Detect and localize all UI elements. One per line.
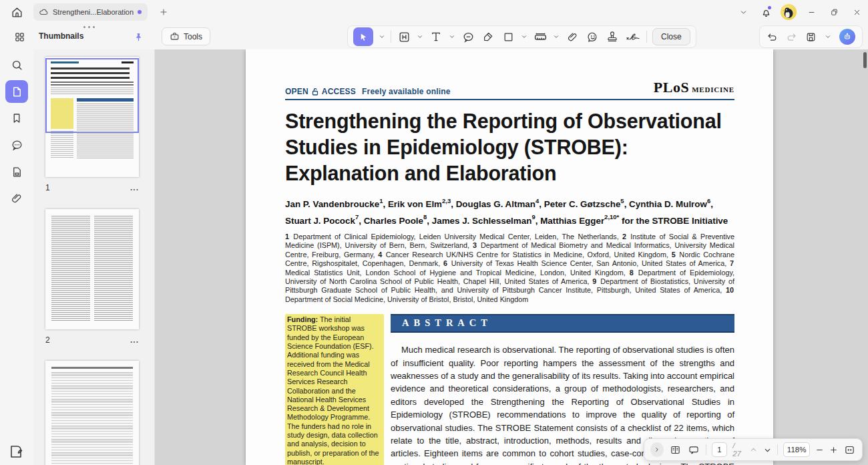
thumb-content [51, 367, 133, 369]
sticker-tool-button[interactable] [585, 27, 600, 46]
thumb-content [51, 372, 133, 465]
new-tab-button[interactable] [154, 3, 173, 21]
search-button[interactable] [5, 53, 28, 76]
annotation-mode-button[interactable] [687, 444, 700, 456]
signature-tool-button[interactable] [625, 27, 641, 46]
text-tool-icon [430, 31, 442, 43]
select-tool-button[interactable] [353, 27, 373, 46]
author-item: Jan P. Vandenbroucke1, [285, 199, 388, 209]
heading-tool-chevron-icon[interactable] [417, 33, 423, 40]
tools-icon [170, 31, 180, 41]
zoom-out-button[interactable] [815, 446, 824, 454]
highlight-tool-button[interactable] [481, 27, 495, 46]
app-grid-button[interactable] [9, 27, 30, 47]
thumbnail-page-number: 1 [45, 183, 50, 192]
paperclip-icon [567, 31, 578, 43]
avatar [781, 4, 797, 20]
close-toolbar-label: Close [661, 32, 682, 41]
sign-document-icon [8, 444, 24, 460]
home-button[interactable] [5, 2, 28, 22]
pin-panel-button[interactable] [130, 29, 147, 45]
header-rule [285, 99, 734, 100]
restore-button[interactable] [823, 1, 845, 23]
thumbnail-page-3[interactable] [45, 361, 139, 465]
visible-area-indicator[interactable] [45, 58, 139, 133]
search-icon [11, 59, 23, 71]
toolbar-row: Thumbnails Tools [0, 24, 868, 49]
author-item: Matthias Egger2,10* [540, 216, 622, 226]
stamp-tool-button[interactable] [605, 27, 620, 46]
open-access-line: OPEN ACCESS Freely available online [285, 87, 451, 96]
close-window-icon [853, 8, 861, 17]
shape-tool-icon [503, 31, 514, 43]
save-button[interactable] [805, 31, 817, 43]
author-item: Stuart J. Pocock7, [285, 216, 364, 226]
thumbnail-more-button[interactable]: ... [130, 183, 139, 192]
close-toolbar-button[interactable]: Close [652, 28, 690, 45]
thumbnail-page-2[interactable] [45, 209, 139, 329]
select-cursor-icon [359, 32, 369, 42]
save-chevron-icon[interactable] [825, 33, 831, 40]
ai-assistant-button[interactable] [839, 29, 855, 45]
cloud-icon [39, 8, 49, 16]
page-up-button[interactable] [749, 446, 758, 454]
thumbnail-page-1[interactable] [45, 57, 139, 177]
attachments-paperclip-icon [11, 192, 23, 204]
sticker-tool-icon [586, 31, 599, 43]
statusbar-divider [706, 444, 706, 455]
page-number-input[interactable]: 1 [712, 442, 728, 457]
shape-tool-chevron-icon[interactable] [521, 33, 527, 40]
comment-tool-button[interactable] [461, 27, 475, 46]
zoom-level-input[interactable]: 118% [783, 442, 810, 457]
heading-tool-icon [398, 31, 411, 43]
text-tool-button[interactable] [429, 27, 443, 46]
app-grid-icon [14, 31, 25, 43]
tools-button[interactable]: Tools [162, 27, 210, 45]
measure-tool-icon [533, 30, 548, 44]
fullscreen-button[interactable] [843, 444, 856, 456]
comments-panel-button[interactable] [5, 134, 28, 156]
text-tool-chevron-icon[interactable] [449, 33, 455, 40]
redo-button[interactable] [786, 31, 797, 43]
comments-icon [11, 139, 23, 152]
zoom-in-button[interactable] [829, 446, 838, 454]
collapse-bar-button[interactable] [650, 442, 664, 457]
document-tab[interactable]: Strengtheni...Elaboration [33, 3, 148, 21]
history-save-bar [759, 25, 863, 48]
affiliation-item: 4 Cancer Research UK/NHS Centre for Stat… [378, 251, 672, 259]
tab-title: Strengtheni...Elaboration [53, 8, 134, 16]
measure-tool-chevron-icon[interactable] [553, 33, 560, 40]
journal-header: OPEN ACCESS Freely available online PLoS… [285, 79, 734, 96]
bookmarks-button[interactable] [5, 107, 28, 130]
heading-tool-button[interactable] [397, 27, 411, 46]
document-viewport[interactable]: OPEN ACCESS Freely available online PLoS… [155, 49, 868, 465]
notifications-button[interactable] [754, 1, 777, 23]
thumbnails-panel: 1 ... 2 ... [33, 49, 155, 465]
plos-wordmark: PLoS [654, 79, 689, 96]
vertical-scrollbar-thumb[interactable] [863, 52, 867, 68]
undo-button[interactable] [767, 31, 778, 43]
panel-drag-handle-icon[interactable] [83, 26, 95, 28]
thumbnails-panel-button[interactable] [5, 80, 28, 103]
sign-document-button[interactable] [8, 444, 24, 460]
access-label: ACCESS [322, 87, 356, 96]
abstract-heading: ABSTRACT [391, 314, 734, 333]
close-window-button[interactable] [845, 1, 868, 23]
titlebar: Strengtheni...Elaboration [0, 0, 868, 24]
account-button[interactable] [777, 1, 800, 23]
article-authors: Jan P. Vandenbroucke1, Erik von Elm2,3, … [285, 195, 734, 228]
minimize-button[interactable] [800, 1, 823, 23]
attach-tool-button[interactable] [565, 27, 580, 46]
plos-medicine-logo: PLoS MEDICINE [654, 79, 734, 96]
measure-tool-button[interactable] [533, 27, 548, 46]
page-down-button[interactable] [763, 446, 772, 454]
thumbnail-more-button[interactable]: ... [130, 335, 139, 345]
medicine-wordmark: MEDICINE [692, 86, 734, 94]
layers-panel-button[interactable] [5, 160, 28, 183]
page-spread-button[interactable] [669, 444, 682, 456]
shape-tool-button[interactable] [501, 27, 515, 46]
attachments-panel-button[interactable] [5, 187, 28, 210]
titlebar-chevron-button[interactable] [732, 1, 754, 23]
select-tool-chevron-icon[interactable] [379, 33, 385, 40]
pdf-page-1[interactable]: OPEN ACCESS Freely available online PLoS… [246, 49, 773, 465]
